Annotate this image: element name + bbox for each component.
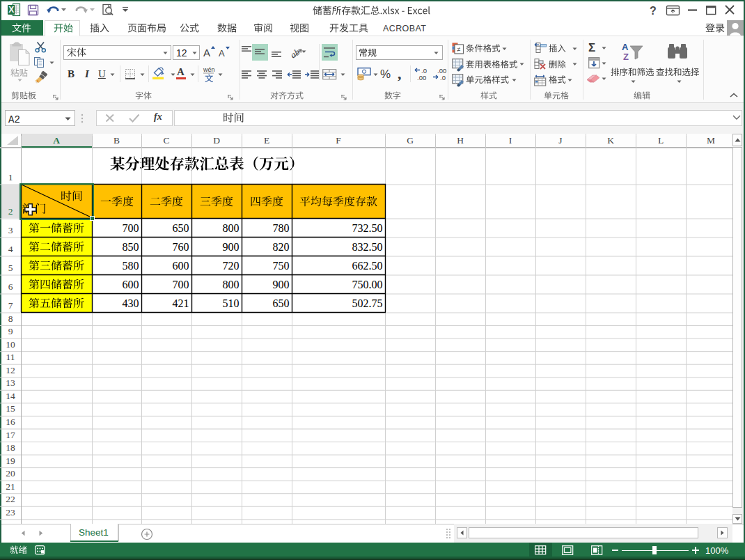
svg-text:≠: ≠ (457, 46, 461, 53)
svg-text:?: ? (650, 5, 657, 17)
svg-text:.00: .00 (417, 74, 426, 81)
svg-text:ab: ab (288, 46, 302, 60)
svg-text:Z: Z (623, 52, 629, 62)
svg-text:X: X (8, 5, 14, 15)
svg-text:wén: wén (203, 66, 215, 73)
svg-text:.0: .0 (440, 74, 446, 81)
svg-text:A: A (622, 42, 629, 52)
